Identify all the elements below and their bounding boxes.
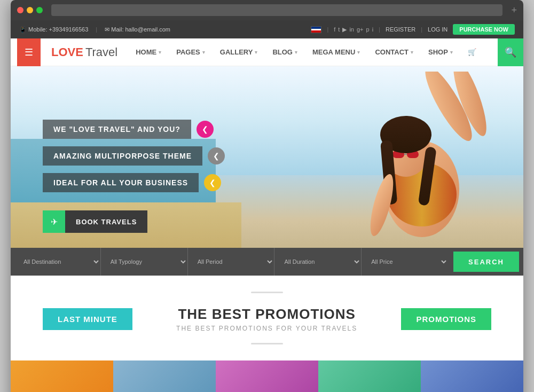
divider-line	[251, 292, 283, 293]
nav-item-contact[interactable]: CONTACT▾	[367, 38, 421, 66]
social-icons: f t ▶ in g+ p i	[334, 26, 373, 33]
twitter-icon[interactable]: t	[338, 26, 340, 33]
book-travels-bar: ✈ BOOK TRAVELS	[43, 210, 147, 233]
divider-line-bottom	[251, 343, 283, 344]
instagram-icon[interactable]: i	[372, 26, 373, 33]
cards-row	[11, 360, 523, 392]
promo-divider-bottom	[43, 343, 491, 344]
linkedin-icon[interactable]: in	[349, 26, 354, 33]
nav-item-pages[interactable]: PAGES▾	[169, 38, 213, 66]
browser-address-bar[interactable]	[51, 4, 502, 16]
dot-red[interactable]	[17, 7, 23, 13]
hero-label-2: AMAZING MULTIPORPOSE THEME	[43, 146, 202, 166]
nav-item-shop[interactable]: SHOP▾	[421, 38, 460, 66]
googleplus-icon[interactable]: g+	[357, 26, 364, 33]
email-contact: ✉ Mail: hallo@email.com	[105, 26, 170, 33]
promo-subtitle: THE BEST PROMOTIONS FOR YOUR TRAVELS	[176, 325, 357, 332]
contact-arrow: ▾	[411, 50, 413, 55]
hero-label-1: WE "LOVE TRAVEL" AND YOU?	[43, 120, 191, 139]
typology-select[interactable]: All Typology	[102, 248, 188, 276]
nav-item-gallery[interactable]: GALLERY▾	[213, 38, 265, 66]
top-bar: 📱 Mobile: +39349166563 | ✉ Mail: hallo@e…	[11, 20, 523, 38]
nav-item-home[interactable]: HOME▾	[128, 38, 169, 66]
dot-green[interactable]	[36, 7, 43, 13]
logo-love: LOVE	[51, 45, 83, 59]
pages-arrow: ▾	[202, 50, 205, 55]
search-button[interactable]: 🔍	[498, 38, 523, 66]
search-bar: All Destination All Typology All Period …	[11, 248, 523, 276]
logo-travel: Travel	[85, 45, 117, 59]
purchase-button[interactable]: PURCHASE NOW	[453, 24, 515, 35]
hero-btn-2[interactable]: ❮	[208, 147, 225, 164]
nav-items: HOME▾ PAGES▾ GALLERY▾ BLOG▾ MEGA MENU▾ C…	[128, 38, 498, 66]
browser-chrome: +	[11, 0, 523, 20]
last-minute-button[interactable]: LAST MINUTE	[43, 308, 132, 330]
pinterest-icon[interactable]: p	[366, 26, 370, 33]
hero-btn-3[interactable]: ❮	[204, 174, 221, 191]
nav-item-megamenu[interactable]: MEGA MENU▾	[305, 38, 367, 66]
card-3[interactable]	[216, 360, 318, 392]
hero-btn-1[interactable]: ❮	[197, 121, 214, 138]
youtube-icon[interactable]: ▶	[342, 26, 347, 33]
browser-window: + 📱 Mobile: +39349166563 | ✉ Mail: hallo…	[11, 0, 523, 392]
facebook-icon[interactable]: f	[334, 26, 335, 33]
promo-row: LAST MINUTE THE BEST PROMOTIONS THE BEST…	[43, 306, 491, 332]
book-travels-icon: ✈	[43, 210, 65, 233]
blog-arrow: ▾	[295, 50, 297, 55]
main-nav: ☰ LOVE Travel HOME▾ PAGES▾ GALLERY▾ BLOG…	[11, 38, 523, 66]
top-bar-left: 📱 Mobile: +39349166563 | ✉ Mail: hallo@e…	[19, 26, 304, 33]
hero-label-3: IDEAL FOR ALL YOUR BUSINESS	[43, 173, 199, 192]
cart-icon: 🛒	[468, 48, 476, 56]
mobile-contact: 📱 Mobile: +39349166563	[19, 26, 88, 33]
top-bar-right: | f t ▶ in g+ p i | REGISTER | LOG IN PU…	[311, 24, 515, 35]
duration-select[interactable]: All Duration	[276, 248, 362, 276]
hero-section: WE "LOVE TRAVEL" AND YOU? ❮ AMAZING MULT…	[11, 66, 523, 248]
card-1[interactable]	[11, 360, 113, 392]
home-arrow: ▾	[159, 50, 161, 55]
promotions-section: LAST MINUTE THE BEST PROMOTIONS THE BEST…	[11, 276, 523, 355]
gallery-arrow: ▾	[255, 50, 257, 55]
megamenu-arrow: ▾	[357, 50, 360, 55]
plane-icon: ✈	[51, 217, 58, 227]
dot-yellow[interactable]	[27, 7, 33, 13]
promotions-button[interactable]: PROMOTIONS	[401, 308, 491, 330]
hero-woman-figure	[299, 72, 502, 248]
hero-text-block-3: IDEAL FOR ALL YOUR BUSINESS ❮	[43, 173, 225, 192]
nav-item-blog[interactable]: BLOG▾	[265, 38, 305, 66]
card-4[interactable]	[318, 360, 421, 392]
logo: LOVE Travel	[51, 45, 117, 59]
card-5[interactable]	[421, 360, 523, 392]
promo-title: THE BEST PROMOTIONS	[176, 306, 357, 323]
hero-text-block-2: AMAZING MULTIPORPOSE THEME ❮	[43, 146, 225, 166]
promo-divider-top	[43, 292, 491, 293]
destination-select[interactable]: All Destination	[15, 248, 101, 276]
hero-content: WE "LOVE TRAVEL" AND YOU? ❮ AMAZING MULT…	[43, 120, 225, 192]
price-select[interactable]: All Price	[363, 248, 448, 276]
period-select[interactable]: All Period	[189, 248, 275, 276]
flag-icon[interactable]	[311, 26, 321, 33]
register-link[interactable]: REGISTER	[386, 26, 415, 33]
shop-arrow: ▾	[450, 50, 453, 55]
hamburger-button[interactable]: ☰	[17, 38, 41, 66]
search-submit-button[interactable]: SEARCH	[453, 252, 519, 272]
search-icon: 🔍	[505, 46, 516, 58]
nav-item-cart[interactable]: 🛒	[460, 38, 484, 66]
hero-text-block-1: WE "LOVE TRAVEL" AND YOU? ❮	[43, 120, 225, 139]
book-travels-label[interactable]: BOOK TRAVELS	[65, 210, 147, 233]
new-tab-button[interactable]: +	[511, 5, 517, 16]
login-link[interactable]: LOG IN	[428, 26, 447, 33]
card-2[interactable]	[113, 360, 216, 392]
promo-center: THE BEST PROMOTIONS THE BEST PROMOTIONS …	[176, 306, 357, 332]
